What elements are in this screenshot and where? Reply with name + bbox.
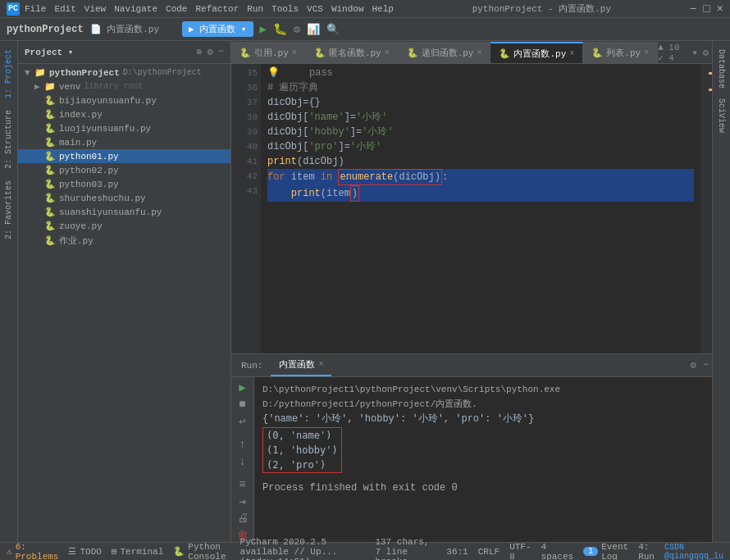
tab-yinyong[interactable]: 🐍 引用.py × [231,42,306,63]
window-title: pythonProject - 内置函数.py [472,2,611,15]
tree-venv[interactable]: ▶ 📁 venv library root [18,80,230,93]
status-bar: ⚠ 6: Problems ☰ TODO ⊞ Terminal 🐍 Python… [0,542,730,560]
tab-close-liebiao[interactable]: × [644,48,649,57]
event-log-label: Event Log [601,542,628,561]
status-position[interactable]: 36:1 [446,537,468,561]
warning-count: ▲ 10 ✓ 4 [658,43,687,63]
code-editor[interactable]: 💡 pass # 遍历字典 dicObj={} dicObj['name']='… [261,64,700,353]
menu-file[interactable]: File [25,4,46,14]
menu-help[interactable]: Help [372,4,394,14]
terminal-status[interactable]: ⊞ Terminal [112,546,163,557]
tree-file-bijiao[interactable]: 🐍 bijiaoyunsuanfu.py [18,93,230,107]
problems-label: 6: Problems [16,542,59,561]
tab-more-icon[interactable]: ▾ [692,47,698,59]
menu-tools[interactable]: Tools [271,4,299,14]
favorites-panel-tab[interactable]: 2: Favorites [2,175,15,244]
run-scroll-up-icon[interactable]: ↑ [235,438,251,451]
tab-close-digui[interactable]: × [477,48,481,57]
tab-digui[interactable]: 🐍 递归函数.py × [399,42,491,63]
run-output-boxed: (0, 'name') (1, 'hobby') (2, 'pro') [262,427,342,473]
tree-root[interactable]: ▼ 📁 pythonProject D:\pythonProject [18,66,230,80]
menu-run[interactable]: Run [247,4,263,14]
run-minimize-icon[interactable]: − [703,359,709,371]
database-tab[interactable]: Database [715,44,728,93]
profile-button[interactable]: 📊 [307,23,320,36]
window-controls: − □ × [690,2,723,16]
tree-file-python03[interactable]: 🐍 python03.py [18,177,230,191]
python-console-status[interactable]: 🐍 Python Console [173,542,230,561]
tab-icon-neizhi: 🐍 [499,48,510,59]
tree-file-zuoye2[interactable]: 🐍 作业.py [18,233,230,248]
warning-marker-2 [709,89,712,91]
menu-view[interactable]: View [84,4,106,14]
tree-file-luoji[interactable]: 🐍 luojiyunsuanfu.py [18,121,230,135]
sciview-tab[interactable]: SciView [715,93,728,138]
structure-panel-tab[interactable]: 2: Structure [2,105,15,174]
find-button[interactable]: 🔍 [326,23,340,36]
tree-file-shuru[interactable]: 🐍 shuruheshuchu.py [18,191,230,205]
run-print-icon[interactable]: 🖨 [235,512,251,525]
menu-refactor[interactable]: Refactor [195,4,239,14]
tab-actions: ▲ 10 ✓ 4 ▾ ⚙ [658,43,712,63]
status-chars: 137 chars, 7 line breaks [375,537,436,561]
tab-label-neizhi: 内置函数.py [513,48,566,60]
run-text: Run: [241,361,262,371]
run-config-dropdown[interactable]: ▶ 内置函数 ▾ [182,21,253,37]
status-crlf[interactable]: CRLF [478,537,500,561]
run-rerun-icon[interactable]: ↩ [235,414,251,428]
title-bar: PC File Edit View Navigate Code Refactor… [0,0,730,18]
tab-icon-digui: 🐍 [407,48,418,58]
run-stop-icon[interactable]: ■ [235,398,251,411]
code-view: 35 36 37 38 39 40 41 42 43 💡 pass # 遍历字典 [231,64,712,353]
coverage-button[interactable]: ⚙ [294,23,300,36]
menu-edit[interactable]: Edit [54,4,75,14]
minimize-button[interactable]: − [690,2,696,16]
status-indent[interactable]: 4 spaces [541,537,574,561]
run-settings-icon[interactable]: ⚙ [691,359,696,371]
sidebar-hide-icon[interactable]: − [218,46,224,58]
tree-file-index[interactable]: 🐍 index.py [18,107,230,121]
tab-niming[interactable]: 🐍 匿名函数.py × [306,42,399,63]
bottom-tab-neizhi-close[interactable]: × [318,360,323,369]
tab-close-neizhi[interactable]: × [569,49,574,58]
tree-file-zuoye[interactable]: 🐍 zuoye.py [18,219,230,233]
run-softWrap-icon[interactable]: ⇥ [235,494,251,508]
tree-file-python01[interactable]: 🐍 python01.py [18,149,230,163]
menu-navigate[interactable]: Navigate [114,4,157,14]
menu-window[interactable]: Window [331,4,364,14]
run-button[interactable]: ▶ [260,22,267,36]
todo-status[interactable]: ☰ TODO [68,546,101,557]
menu-vcs[interactable]: VCS [307,4,323,14]
tab-liebiao[interactable]: 🐍 列表.py × [583,42,658,63]
close-button[interactable]: × [717,2,723,16]
sidebar-icons: ⊕ ⚙ − [196,46,224,58]
run-output-line4: (2, 'pro') [267,458,338,472]
problems-status[interactable]: ⚠ 6: Problems [7,542,58,561]
sidebar-settings-icon[interactable]: ⚙ [208,46,213,58]
run-status[interactable]: 4: Run [638,537,655,561]
tab-close-niming[interactable]: × [385,48,390,57]
collapse-all-icon[interactable]: ⊕ [196,46,202,58]
run-panel: ▶ ■ ↩ ↑ ↓ ≡ ⇥ 🖨 🗑 D:\pythonProject1\pyth… [231,377,712,542]
tree-file-python02[interactable]: 🐍 python02.py [18,163,230,177]
tab-label-niming: 匿名函数.py [329,47,381,59]
tab-neizhi[interactable]: 🐍 内置函数.py × [490,42,583,63]
chars-text: 137 chars, 7 line breaks [375,537,436,561]
bottom-tab-neizhi[interactable]: 内置函数 × [271,355,331,376]
sidebar-header: Project ▾ ⊕ ⚙ − [18,41,230,64]
run-play-icon[interactable]: ▶ [235,380,251,394]
code-line-43: print(item) [267,185,694,202]
tree-file-suanshi[interactable]: 🐍 suanshiyunsuanfu.py [18,205,230,219]
tree-file-main[interactable]: 🐍 main.py [18,135,230,149]
tab-label-digui: 递归函数.py [422,47,474,59]
run-scroll-down-icon[interactable]: ↓ [235,455,251,468]
menu-code[interactable]: Code [166,4,187,14]
status-encoding[interactable]: UTF-8 [509,537,531,561]
maximize-button[interactable]: □ [703,2,709,16]
debug-button[interactable]: 🐛 [273,22,287,36]
tab-close-yinyong[interactable]: × [292,48,297,57]
tab-settings-icon[interactable]: ⚙ [703,47,709,59]
event-log-status[interactable]: 1 Event Log [583,537,628,561]
run-wrap-icon[interactable]: ≡ [235,478,251,491]
project-panel-tab[interactable]: 1: Project [2,44,15,103]
